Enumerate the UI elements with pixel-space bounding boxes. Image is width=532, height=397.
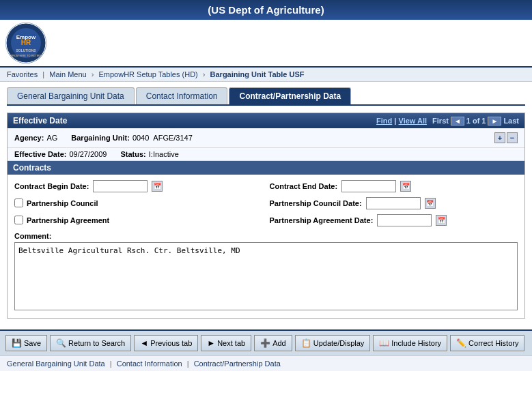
contract-end-date-label: Contract End Date:: [270, 182, 338, 190]
partnership-council-date-label: Partnership Council Date:: [270, 199, 362, 207]
bargaining-unit-label: Bargaining Unit:: [71, 134, 130, 142]
breadcrumb-favorites[interactable]: Favorites: [7, 70, 38, 78]
history-icon: 📖: [379, 338, 389, 348]
svg-text:FROM HIRE TO RETIRE: FROM HIRE TO RETIRE: [11, 54, 42, 57]
next-tab-icon: ►: [207, 338, 215, 348]
partnership-agreement-date-row: Partnership Agreement Date: 📅: [270, 214, 518, 226]
breadcrumb-setup-tables[interactable]: EmpowHR Setup Tables (HD): [98, 70, 197, 78]
contract-begin-date-row: Contract Begin Date: 📅: [14, 180, 263, 192]
breadcrumb-arrow1: ›: [92, 70, 96, 78]
contracts-body: Contract Begin Date: 📅 Contract End Date…: [8, 175, 524, 318]
breadcrumb-main-menu[interactable]: Main Menu: [49, 70, 86, 78]
find-links: Find | View All: [376, 117, 427, 125]
effective-date-label: Effective Date:: [14, 150, 66, 158]
comment-label: Comment:: [14, 232, 518, 240]
partnership-agreement-row: Partnership Agreement: [14, 216, 263, 224]
logo-bar: Empow HR SOLUTIONS FROM HIRE TO RETIRE: [0, 20, 532, 68]
partnership-council-cal-btn[interactable]: 📅: [425, 198, 436, 209]
agency-value: AG: [46, 134, 57, 142]
tab-contact[interactable]: Contact Information: [136, 87, 228, 104]
breadcrumb: Favorites | Main Menu › EmpowHR Setup Ta…: [0, 68, 532, 82]
view-all-link[interactable]: View All: [399, 117, 428, 125]
bottom-sep1: |: [110, 359, 114, 368]
bargaining-unit-value: 0040: [132, 134, 149, 142]
svg-text:SOLUTIONS: SOLUTIONS: [16, 48, 36, 53]
add-button[interactable]: ➕ Add: [254, 335, 292, 351]
tabs-bar: General Bargaining Unit Data Contact Inf…: [0, 82, 532, 104]
section-title: Effective Date: [13, 116, 67, 126]
contract-end-cal-btn[interactable]: 📅: [400, 181, 411, 192]
contract-end-date-row: Contract End Date: 📅: [270, 180, 518, 192]
expand-btn-plus[interactable]: +: [494, 132, 505, 143]
first-label: First: [432, 117, 449, 125]
find-link[interactable]: Find: [376, 117, 392, 125]
main-content: Effective Date Find | View All First ◄ 1…: [0, 106, 532, 329]
correct-icon: ✏️: [456, 338, 466, 348]
last-label: Last: [503, 117, 519, 125]
partnership-agreement-date-label: Partnership Agreement Date:: [270, 216, 374, 224]
pagination: First ◄ 1 of 1 ► Last: [432, 117, 519, 126]
bargaining-unit-group: Bargaining Unit: 0040 AFGE/3147: [71, 134, 193, 142]
logo-icon: Empow HR SOLUTIONS FROM HIRE TO RETIRE: [5, 23, 46, 63]
partnership-council-row: Partnership Council: [14, 198, 263, 207]
tab-contract[interactable]: Contract/Partnership Data: [229, 87, 351, 104]
save-icon: 💾: [12, 338, 22, 348]
expand-buttons: + −: [494, 132, 518, 143]
logo-container: Empow HR SOLUTIONS FROM HIRE TO RETIRE: [5, 23, 46, 63]
comment-section: Comment: Beltsville Agricultural Rsch. C…: [14, 232, 518, 312]
add-icon: ➕: [260, 338, 270, 348]
record-info-row: Agency: AG Bargaining Unit: 0040 AFGE/31…: [8, 128, 524, 148]
tab-general[interactable]: General Bargaining Unit Data: [7, 87, 135, 104]
partnership-agreement-checkbox[interactable]: [14, 216, 23, 224]
partnership-council-label: Partnership Council: [27, 199, 98, 207]
breadcrumb-arrow2: ›: [203, 70, 208, 78]
footer-buttons: 💾 Save 🔍 Return to Search ◄ Previous tab…: [0, 329, 532, 355]
comment-textarea[interactable]: Beltsville Agricultural Rsch. Ctr. Belts…: [14, 242, 518, 310]
bottom-links: General Bargaining Unit Data | Contact I…: [0, 355, 532, 371]
partnership-council-date-row: Partnership Council Date: 📅: [270, 196, 518, 209]
prev-page-btn[interactable]: ◄: [451, 117, 464, 126]
update-display-button[interactable]: 📋 Update/Display: [295, 335, 371, 351]
expand-btn-minus[interactable]: −: [507, 132, 518, 143]
contract-begin-cal-btn[interactable]: 📅: [152, 181, 163, 192]
partnership-council-checkbox[interactable]: [14, 198, 23, 207]
breadcrumb-sep1: |: [42, 70, 46, 78]
update-icon: 📋: [301, 338, 311, 348]
svg-text:HR: HR: [21, 39, 31, 46]
record-date-row: Effective Date: 09/27/2009 Status: I:Ina…: [8, 148, 524, 161]
breadcrumb-current: Bargaining Unit Table USF: [210, 70, 305, 78]
effective-date-section: Effective Date Find | View All First ◄ 1…: [7, 113, 525, 319]
search-icon: 🔍: [56, 338, 66, 348]
partnership-council-date-input[interactable]: [366, 197, 421, 209]
correct-history-button[interactable]: ✏️ Correct History: [450, 335, 524, 351]
effective-date-group: Effective Date: 09/27/2009: [14, 150, 107, 158]
status-label: Status:: [120, 150, 145, 158]
prev-tab-icon: ◄: [140, 338, 148, 348]
partnership-agreement-label: Partnership Agreement: [27, 216, 109, 224]
include-history-button[interactable]: 📖 Include History: [373, 335, 447, 351]
status-value: I:Inactive: [149, 150, 179, 158]
app-title: (US Dept of Agriculture): [0, 0, 532, 20]
page-total: 1: [481, 117, 486, 125]
bottom-link-general[interactable]: General Bargaining Unit Data: [7, 359, 105, 368]
agency-label: Agency:: [14, 134, 44, 142]
bottom-sep2: |: [187, 359, 191, 368]
next-tab-button[interactable]: ► Next tab: [201, 335, 251, 351]
partnership-agreement-date-input[interactable]: [377, 214, 432, 226]
effective-date-header: Effective Date Find | View All First ◄ 1…: [8, 113, 524, 128]
contracts-header: Contracts: [8, 161, 524, 175]
save-button[interactable]: 💾 Save: [5, 335, 47, 351]
bargaining-unit-code: AFGE/3147: [153, 134, 192, 142]
agency-group: Agency: AG: [14, 134, 57, 142]
contract-end-date-input[interactable]: [341, 180, 396, 192]
partnership-agreement-cal-btn[interactable]: 📅: [436, 215, 447, 226]
previous-tab-button[interactable]: ◄ Previous tab: [134, 335, 198, 351]
bottom-link-contact[interactable]: Contact Information: [117, 359, 182, 368]
effective-date-value: 09/27/2009: [69, 150, 107, 158]
bottom-link-contract[interactable]: Contract/Partnership Data: [194, 359, 281, 368]
contract-begin-date-input[interactable]: [93, 180, 148, 192]
page-current: 1: [466, 117, 471, 125]
return-search-button[interactable]: 🔍 Return to Search: [50, 335, 131, 351]
next-page-btn[interactable]: ►: [488, 117, 501, 126]
of-label: of: [473, 117, 479, 125]
